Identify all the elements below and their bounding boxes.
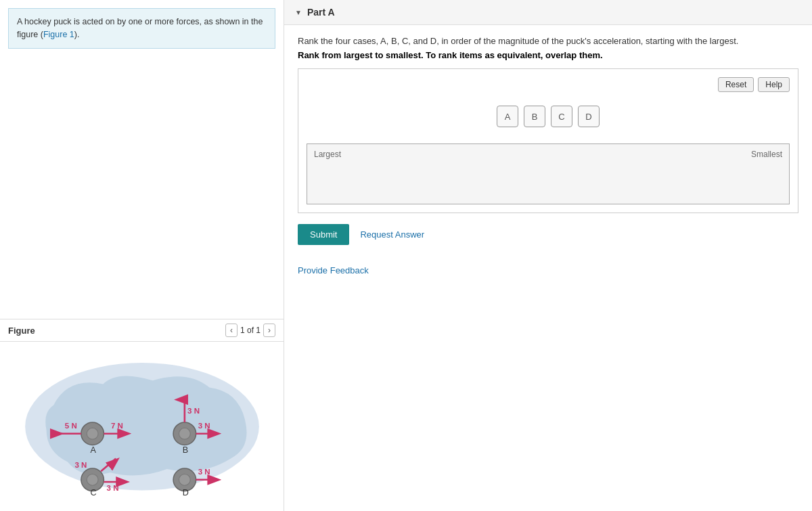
figure-nav: ‹ 1 of 1 › [225, 324, 275, 337]
svg-text:C: C [90, 488, 96, 497]
svg-text:3 N: 3 N [198, 468, 210, 476]
items-area: A B C D [307, 103, 790, 130]
figure-canvas: 5 N 7 N A 3 N [10, 349, 274, 497]
instruction-secondary: Rank from largest to smallest. To rank i… [298, 50, 798, 60]
figure-next-button[interactable]: › [263, 324, 275, 337]
ranking-toolbar: Reset Help [307, 77, 790, 92]
svg-text:7 N: 7 N [110, 422, 122, 430]
svg-text:3 N: 3 N [106, 484, 118, 492]
figure-link[interactable]: Figure 1 [43, 30, 74, 39]
largest-label: Largest [314, 150, 341, 159]
part-header: ▼ Part A [284, 0, 812, 25]
drop-zone[interactable]: Largest Smallest [307, 143, 790, 204]
svg-point-23 [179, 474, 190, 485]
svg-point-2 [87, 428, 98, 439]
request-answer-link[interactable]: Request Answer [360, 229, 424, 240]
svg-text:3 N: 3 N [198, 422, 210, 430]
figure-header: Figure ‹ 1 of 1 › [0, 319, 284, 342]
provide-feedback-link[interactable]: Provide Feedback [298, 265, 369, 275]
reset-button[interactable]: Reset [718, 77, 754, 92]
part-content: Rank the four cases, A, B, C, and D, in … [284, 25, 812, 286]
part-toggle-icon: ▼ [295, 9, 302, 16]
svg-text:A: A [90, 445, 96, 455]
help-button[interactable]: Help [758, 77, 790, 92]
svg-point-16 [87, 474, 98, 485]
problem-statement: A hockey puck is acted on by one or more… [8, 8, 275, 49]
instruction-primary: Rank the four cases, A, B, C, and D, in … [298, 36, 798, 46]
figure-section: Figure ‹ 1 of 1 › [0, 319, 284, 511]
rank-item-a[interactable]: A [497, 106, 518, 127]
figure-svg: 5 N 7 N A 3 N [10, 349, 274, 497]
rank-item-d[interactable]: D [578, 106, 600, 127]
svg-text:D: D [182, 488, 188, 497]
svg-text:5 N: 5 N [64, 422, 76, 430]
svg-text:B: B [182, 445, 187, 455]
drop-zone-labels: Largest Smallest [314, 150, 782, 159]
ranking-container: Reset Help A B C D Largest Smallest [298, 68, 798, 213]
figure-prev-button[interactable]: ‹ [225, 324, 238, 337]
submit-button[interactable]: Submit [298, 224, 349, 245]
figure-pagination: 1 of 1 [240, 326, 261, 335]
svg-point-9 [179, 428, 190, 439]
instruction-text: Rank the four cases, A, B, C, and D, in … [298, 36, 738, 46]
problem-text-end: ). [74, 30, 80, 39]
part-label: Part A [307, 7, 335, 18]
actions-row: Submit Request Answer [298, 224, 798, 245]
figure-title: Figure [8, 326, 35, 336]
figure-scroll-container[interactable]: 5 N 7 N A 3 N [0, 342, 284, 511]
rank-item-b[interactable]: B [524, 106, 545, 127]
rank-item-c[interactable]: C [551, 106, 572, 127]
right-panel: ▼ Part A Rank the four cases, A, B, C, a… [284, 0, 812, 511]
svg-text:3 N: 3 N [187, 407, 200, 415]
svg-text:3 N: 3 N [74, 461, 87, 469]
smallest-label: Smallest [751, 150, 782, 159]
